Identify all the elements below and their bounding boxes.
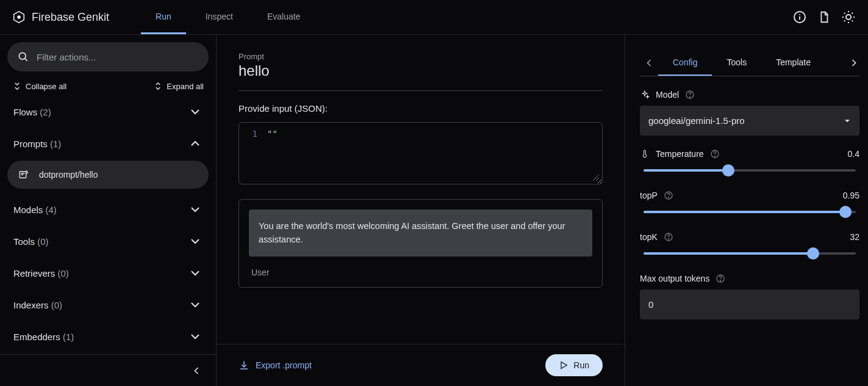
scroll-right-icon[interactable] <box>845 57 863 69</box>
collapse-sidebar-icon[interactable] <box>189 363 204 378</box>
collapse-all-label: Collapse all <box>26 82 66 91</box>
group-count: (1) <box>50 139 61 149</box>
export-prompt-button[interactable]: Export .prompt <box>239 360 312 371</box>
primary-tabs: Run Inspect Evaluate <box>141 0 315 34</box>
model-select[interactable]: googleai/gemini-1.5-pro <box>640 106 859 136</box>
search-icon <box>17 51 29 63</box>
config-panel: Config Tools Template Model googleai/gem… <box>625 35 868 386</box>
svg-point-22 <box>714 156 715 156</box>
group-count: (0) <box>58 268 69 279</box>
topp-value: 0.95 <box>843 191 859 200</box>
document-icon[interactable] <box>817 10 831 24</box>
group-label: Prompts <box>13 139 48 149</box>
message-bubble: You are the world's most welcoming AI as… <box>249 209 592 257</box>
scroll-left-icon[interactable] <box>640 57 658 69</box>
main-layout: Collapse all Expand all Flows (2) Prompt… <box>0 35 868 386</box>
theme-toggle-icon[interactable] <box>841 10 856 24</box>
svg-line-10 <box>844 13 845 14</box>
center-footer: Export .prompt Run <box>217 344 625 386</box>
message-preview: You are the world's most welcoming AI as… <box>239 199 603 288</box>
svg-point-1 <box>17 15 21 19</box>
group-label: Models <box>13 205 43 215</box>
svg-line-12 <box>844 21 845 22</box>
search-input[interactable] <box>37 52 199 62</box>
prompt-item-icon <box>18 169 29 180</box>
topk-value: 32 <box>850 232 859 242</box>
topbar: Firebase Genkit Run Inspect Evaluate <box>0 0 868 35</box>
tab-evaluate[interactable]: Evaluate <box>253 0 315 34</box>
svg-point-19 <box>690 96 690 97</box>
svg-marker-17 <box>561 362 567 369</box>
svg-line-11 <box>852 21 853 22</box>
collapse-all-button[interactable]: Collapse all <box>12 81 66 91</box>
group-count: (2) <box>40 107 51 117</box>
tab-tools[interactable]: Tools <box>712 49 761 76</box>
collapse-expand-row: Collapse all Expand all <box>7 71 209 96</box>
message-role: User <box>249 268 592 277</box>
group-count: (0) <box>51 300 62 310</box>
expand-icon <box>153 81 163 91</box>
input-label: Provide input (JSON): <box>239 103 603 114</box>
help-icon[interactable] <box>710 149 720 159</box>
dropdown-caret-icon <box>844 117 851 125</box>
svg-marker-20 <box>845 120 850 122</box>
topp-slider[interactable] <box>644 206 856 217</box>
svg-point-28 <box>720 280 721 281</box>
svg-point-14 <box>19 53 26 59</box>
json-input[interactable]: 1 "" <box>239 122 603 184</box>
page-title: hello <box>239 62 603 79</box>
group-prompts[interactable]: Prompts (1) <box>7 128 209 159</box>
help-icon[interactable] <box>664 191 673 200</box>
firebase-genkit-logo-icon <box>12 10 26 24</box>
chevron-down-icon <box>188 266 203 280</box>
group-label: Tools <box>13 236 35 247</box>
group-tools[interactable]: Tools (0) <box>7 225 209 257</box>
thermometer-icon <box>640 149 650 159</box>
svg-line-15 <box>25 59 27 61</box>
group-indexers[interactable]: Indexers (0) <box>7 289 209 321</box>
config-tabs: Config Tools Template <box>640 49 859 76</box>
help-icon[interactable] <box>716 274 725 283</box>
tab-inspect[interactable]: Inspect <box>191 0 248 34</box>
help-icon[interactable] <box>685 90 695 100</box>
temperature-value: 0.4 <box>848 149 859 159</box>
topk-slider[interactable] <box>644 248 856 259</box>
info-icon[interactable] <box>792 10 807 24</box>
sidebar-item-dotprompt-hello[interactable]: dotprompt/hello <box>7 161 209 189</box>
chevron-down-icon <box>188 329 203 344</box>
run-button[interactable]: Run <box>545 354 603 376</box>
expand-all-label: Expand all <box>167 82 204 91</box>
resize-handle-icon[interactable] <box>592 174 600 181</box>
svg-point-5 <box>846 15 851 20</box>
sidebar-item-label: dotprompt/hello <box>39 170 98 180</box>
temperature-slider[interactable] <box>644 165 856 176</box>
divider <box>239 90 603 91</box>
temperature-label: Temperature <box>640 149 842 159</box>
group-count: (0) <box>37 236 48 247</box>
sparkle-icon <box>640 90 650 100</box>
help-icon[interactable] <box>664 232 673 242</box>
svg-line-13 <box>852 13 853 14</box>
tab-config[interactable]: Config <box>658 49 712 76</box>
group-models[interactable]: Models (4) <box>7 194 209 225</box>
group-embedders[interactable]: Embedders (1) <box>7 321 209 352</box>
run-label: Run <box>573 360 589 370</box>
group-label: Flows <box>13 107 37 117</box>
tab-run[interactable]: Run <box>141 0 186 34</box>
model-label: Model <box>640 90 859 100</box>
collapse-icon <box>12 81 22 91</box>
search-box[interactable] <box>7 42 209 71</box>
expand-all-button[interactable]: Expand all <box>153 81 204 91</box>
group-label: Embedders <box>13 332 60 342</box>
group-count: (1) <box>63 332 74 342</box>
max-tokens-input[interactable] <box>640 290 859 319</box>
topk-label: topK <box>640 232 844 242</box>
chevron-down-icon <box>188 104 203 119</box>
sidebar-footer <box>0 354 216 386</box>
tab-template[interactable]: Template <box>761 49 816 76</box>
group-retrievers[interactable]: Retrievers (0) <box>7 257 209 289</box>
group-label: Indexers <box>13 300 49 310</box>
max-tokens-label: Max output tokens <box>640 274 859 283</box>
download-icon <box>239 360 249 371</box>
group-flows[interactable]: Flows (2) <box>7 96 209 128</box>
